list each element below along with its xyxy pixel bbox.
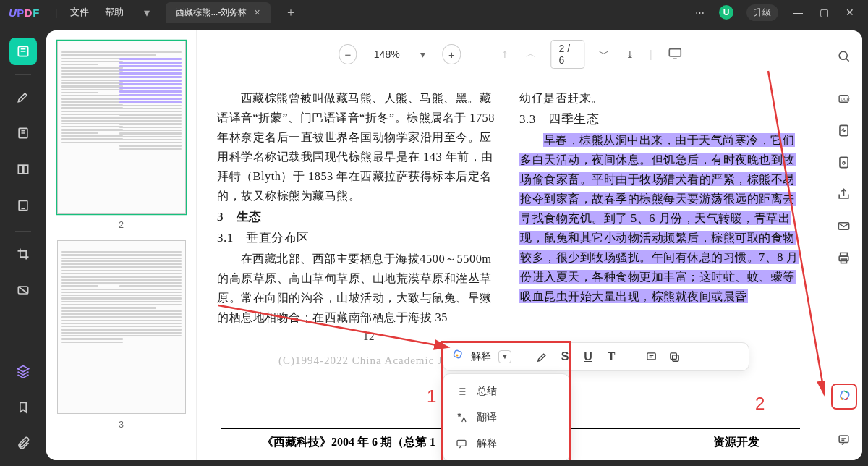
ai-menu-translate[interactable]: 翻译 <box>443 404 569 431</box>
convert-icon[interactable] <box>833 119 855 141</box>
ai-context-menu: 总结 翻译 解释 <box>443 373 570 460</box>
ocr-icon[interactable]: OCR <box>833 88 855 109</box>
chat-icon <box>455 437 468 450</box>
note-tool-icon[interactable] <box>642 347 660 366</box>
ai-assistant-button[interactable] <box>831 384 857 410</box>
document-tab[interactable]: 西藏棕熊...-刘务林 × <box>166 2 270 23</box>
subsection-heading: 3.3 四季生态 <box>519 109 801 129</box>
zoom-in-button[interactable]: + <box>443 44 461 64</box>
tool-crop[interactable] <box>9 240 37 268</box>
zoom-level[interactable]: 148% <box>370 48 404 60</box>
maximize-button[interactable]: ▢ <box>817 7 830 18</box>
divider: | <box>55 7 57 18</box>
minimize-button[interactable]: — <box>791 7 804 18</box>
ai-icon <box>451 349 464 365</box>
app-logo: UPDF <box>0 7 51 19</box>
menu-item-label: 翻译 <box>477 411 497 424</box>
paragraph: 在西藏北部、西部主要栖息于海拔4500～5500m 的高原草原、高山草甸草原、山… <box>217 249 499 327</box>
page-current: 2 <box>558 43 564 54</box>
ai-menu-explain[interactable]: 解释 <box>443 431 569 457</box>
menu-file[interactable]: 文件 <box>70 6 89 19</box>
menu-item-label: 总结 <box>477 385 497 398</box>
page-total: 6 <box>558 54 564 66</box>
annotation-number-1: 1 <box>427 386 436 407</box>
tool-reader[interactable] <box>9 38 37 65</box>
workspace: 2 <box>46 30 862 460</box>
tab-dropdown-icon[interactable]: ▾ <box>137 2 157 22</box>
thumbnail-label: 3 <box>54 420 189 430</box>
left-toolbar <box>0 25 46 466</box>
thumbnail-label: 2 <box>54 220 189 230</box>
annotation-number-2: 2 <box>755 394 765 414</box>
tool-redact[interactable] <box>9 276 37 304</box>
svg-rect-6 <box>670 48 681 56</box>
svg-text:OCR: OCR <box>841 96 850 101</box>
paragraph: 西藏棕熊曾被叫做藏马熊、人熊、马熊、黑。藏语译音“折蒙”、门巴语译音“折冬”。棕… <box>217 88 499 206</box>
svg-point-7 <box>456 355 459 357</box>
menu-bar: 文件 帮助 <box>61 6 124 19</box>
copy-tool-icon[interactable] <box>665 347 684 366</box>
next-page-icon[interactable]: ﹀ <box>597 47 610 62</box>
zoom-dropdown-icon[interactable]: ▾ <box>417 47 430 62</box>
ai-menu-summary[interactable]: 总结 <box>443 378 569 404</box>
footer-section-label: 资源开发 <box>713 435 760 450</box>
highlighted-paragraph: 早春，棕熊从洞中出来，由于天气尚寒冷，它们多白天活动，夜间休息。但饥急后，有时夜… <box>519 130 801 306</box>
first-page-icon[interactable]: ⤒ <box>498 47 511 62</box>
presentation-icon[interactable] <box>668 48 683 62</box>
section-heading: 3 生态 <box>217 207 499 226</box>
tool-layers[interactable] <box>9 357 37 385</box>
document-area: − 148% ▾ + ⤒ ︿ 2 / 6 ﹀ ⤓ | <box>197 30 825 460</box>
thumbnail-panel: 2 <box>46 30 197 460</box>
comment-panel-icon[interactable] <box>833 428 855 450</box>
user-avatar[interactable]: U <box>719 5 733 20</box>
tab-bar: ▾ 西藏棕熊...-刘务林 × ＋ <box>137 2 302 23</box>
svg-rect-3 <box>24 165 28 174</box>
search-icon[interactable] <box>833 45 855 67</box>
menu-help[interactable]: 帮助 <box>105 6 124 19</box>
upgrade-button[interactable]: 升级 <box>746 4 778 21</box>
text-tool-icon[interactable]: T <box>602 347 621 366</box>
tool-fill[interactable] <box>9 192 37 219</box>
translate-icon <box>455 411 468 424</box>
close-button[interactable]: ✕ <box>843 7 856 18</box>
more-icon[interactable]: ⋯ <box>695 7 706 18</box>
divider <box>15 74 31 75</box>
tool-comment[interactable] <box>9 119 37 147</box>
divider <box>836 77 852 77</box>
ai-dropdown-icon[interactable]: ▼ <box>498 350 511 363</box>
print-icon[interactable] <box>833 247 855 268</box>
new-tab-button[interactable]: ＋ <box>279 2 302 23</box>
document-toolbar: − 148% ▾ + ⤒ ︿ 2 / 6 ﹀ ⤓ | <box>339 40 682 69</box>
divider: | <box>650 48 652 60</box>
divider <box>522 349 522 365</box>
subsection-heading: 3.1 垂直分布区 <box>217 228 499 247</box>
last-page-icon[interactable]: ⤓ <box>624 47 637 62</box>
protect-icon[interactable] <box>833 151 855 173</box>
prev-page-icon[interactable]: ︿ <box>524 47 537 62</box>
ai-explain-label[interactable]: 解释 <box>471 350 491 363</box>
svg-rect-2 <box>18 165 22 174</box>
svg-rect-9 <box>672 355 678 361</box>
thumbnail-page-2[interactable] <box>57 41 186 214</box>
email-icon[interactable] <box>833 215 855 237</box>
page-indicator[interactable]: 2 / 6 <box>550 40 584 69</box>
tool-highlighter[interactable] <box>9 83 37 111</box>
strikethrough-tool-icon[interactable]: S <box>556 347 574 366</box>
share-icon[interactable] <box>833 183 855 205</box>
tool-edit-page[interactable] <box>9 156 37 183</box>
thumbnail-page-3[interactable] <box>57 240 186 414</box>
tool-bookmark[interactable] <box>9 394 37 421</box>
tab-close-icon[interactable]: × <box>254 7 260 18</box>
underline-tool-icon[interactable]: U <box>579 347 597 366</box>
highlighted-text: 早春，棕熊从洞中出来，由于天气尚寒冷，它们多白天活动，夜间休息。但饥急后，有时夜… <box>519 133 799 303</box>
svg-point-19 <box>843 161 845 164</box>
zoom-out-button[interactable]: − <box>339 44 357 64</box>
svg-rect-11 <box>457 440 466 446</box>
selection-toolbar: 解释 ▼ S U T <box>443 342 749 371</box>
tool-attachment[interactable] <box>9 430 37 457</box>
divider <box>15 231 31 232</box>
right-toolbar: OCR <box>825 30 862 460</box>
footer-publication: 《西藏科技》2004 年 6 期（总第 1 <box>262 435 435 450</box>
window-controls: ⋯ U 升级 — ▢ ✕ <box>695 4 868 21</box>
highlight-tool-icon[interactable] <box>532 347 551 366</box>
